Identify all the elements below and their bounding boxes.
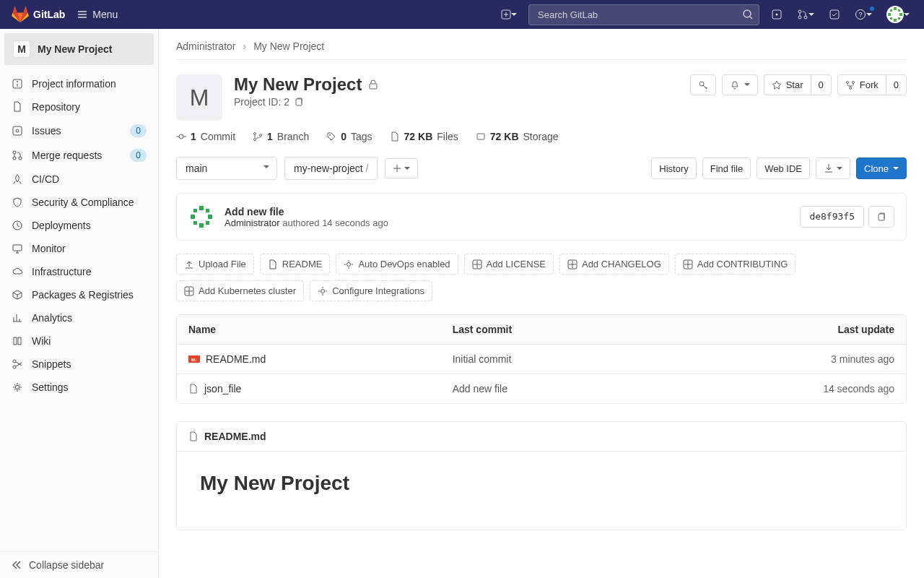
notification-button[interactable] — [722, 74, 758, 95]
sidebar-item-file[interactable]: Repository — [0, 95, 158, 118]
suggest-add-changelog[interactable]: Add CHANGELOG — [559, 254, 669, 275]
gitlab-logo[interactable]: GitLab — [12, 6, 65, 23]
copy-sha-button[interactable] — [868, 206, 894, 228]
svg-point-6 — [804, 16, 807, 19]
sidebar-item-label: Wiki — [32, 335, 51, 347]
sidebar-item-monitor[interactable]: Monitor — [0, 237, 158, 260]
stat-tags[interactable]: 0Tags — [326, 131, 372, 142]
svg-point-41 — [329, 134, 331, 136]
stat-branches[interactable]: 1Branch — [253, 131, 309, 142]
sidebar: M My New Project Project informationRepo… — [0, 29, 159, 578]
search-icon — [742, 9, 754, 20]
sidebar-item-book[interactable]: Wiki — [0, 329, 158, 353]
sidebar-item-merge[interactable]: Merge requests0 — [0, 143, 158, 168]
star-button[interactable]: Star — [764, 74, 811, 95]
fork-icon — [845, 80, 855, 90]
help-button[interactable]: ? — [852, 6, 875, 23]
suggest-auto-devops-enabled[interactable]: Auto DevOps enabled — [336, 254, 458, 275]
repo-path[interactable]: my-new-project / — [284, 157, 378, 180]
breadcrumb-project[interactable]: My New Project — [253, 40, 324, 52]
todos-shortcut[interactable] — [826, 6, 843, 23]
file-commit[interactable]: Initial commit — [441, 344, 658, 374]
sidebar-item-package[interactable]: Packages & Registries — [0, 283, 158, 306]
file-name[interactable]: M↓README.md — [188, 353, 430, 365]
clone-button[interactable]: Clone — [856, 158, 907, 179]
svg-point-35 — [852, 81, 854, 83]
suggestion-row: Upload FileREADMEAuto DevOps enabledAdd … — [176, 254, 907, 301]
fork-button[interactable]: Fork — [837, 74, 886, 95]
last-commit-panel: Add new file Administrator authored 14 s… — [176, 193, 907, 241]
stat-storage[interactable]: 72 KBStorage — [476, 131, 559, 142]
file-name[interactable]: json_file — [188, 383, 430, 394]
sidebar-item-gear[interactable]: Settings — [0, 376, 158, 399]
chart-icon — [12, 312, 23, 324]
sidebar-item-issues[interactable]: Issues0 — [0, 118, 158, 143]
svg-point-37 — [179, 134, 183, 139]
svg-point-22 — [16, 129, 19, 132]
svg-rect-53 — [879, 214, 884, 220]
breadcrumb-owner[interactable]: Administrator — [176, 40, 235, 52]
table-row[interactable]: json_fileAdd new file14 seconds ago — [177, 374, 906, 403]
table-row[interactable]: M↓README.mdInitial commit3 minutes ago — [177, 344, 906, 374]
commit-title[interactable]: Add new file — [225, 206, 388, 217]
sidebar-item-info[interactable]: Project information — [0, 72, 158, 95]
suggest-add-license[interactable]: Add LICENSE — [464, 254, 554, 275]
commit-sha[interactable]: de8f93f5 — [800, 206, 864, 228]
sidebar-item-label: Infrastructure — [32, 266, 91, 277]
sidebar-item-shield[interactable]: Security & Compliance — [0, 191, 158, 214]
stat-commits[interactable]: 1Commit — [176, 131, 235, 142]
download-button[interactable] — [816, 158, 850, 179]
sidebar-item-rocket[interactable]: CI/CD — [0, 168, 158, 191]
search-input[interactable] — [528, 4, 759, 25]
breadcrumb: Administrator › My New Project — [176, 40, 907, 60]
find-file-button[interactable]: Find file — [702, 158, 751, 179]
star-count[interactable]: 0 — [811, 74, 832, 95]
sidebar-project-header[interactable]: M My New Project — [4, 33, 154, 65]
copy-icon[interactable] — [294, 97, 304, 107]
svg-point-59 — [321, 289, 325, 293]
sidebar-item-deploy[interactable]: Deployments — [0, 214, 158, 237]
suggest-configure-integrations[interactable]: Configure Integrations — [310, 280, 432, 301]
merge-icon — [797, 9, 808, 20]
svg-rect-13 — [899, 13, 902, 16]
star-button-group: Star 0 — [764, 74, 832, 95]
commit-author[interactable]: Administrator — [225, 217, 280, 228]
add-to-tree[interactable] — [385, 158, 418, 178]
star-icon — [772, 80, 782, 90]
suggest-add-kubernetes-cluster[interactable]: Add Kubernetes cluster — [176, 280, 304, 301]
sidebar-item-label: CI/CD — [32, 173, 59, 185]
branch-icon — [253, 131, 263, 142]
history-button[interactable]: History — [651, 158, 696, 179]
branch-selector[interactable]: main — [176, 157, 277, 180]
user-menu[interactable] — [884, 3, 912, 26]
sidebar-item-cloud[interactable]: Infrastructure — [0, 260, 158, 283]
ssh-key-button[interactable] — [690, 74, 716, 95]
question-icon: ? — [855, 9, 866, 20]
svg-rect-45 — [199, 206, 204, 210]
merge-requests-shortcut[interactable] — [794, 6, 817, 23]
svg-rect-16 — [898, 9, 900, 12]
issues-icon — [771, 9, 783, 20]
suggest-add-contributing[interactable]: Add CONTRIBUTING — [675, 254, 796, 275]
monitor-icon — [12, 243, 23, 254]
sidebar-item-chart[interactable]: Analytics — [0, 306, 158, 329]
merge-icon — [12, 150, 23, 161]
files-table: Name Last commit Last update M↓README.md… — [176, 314, 907, 404]
file-update: 3 minutes ago — [658, 344, 906, 374]
fork-count[interactable]: 0 — [886, 74, 907, 95]
web-ide-button[interactable]: Web IDE — [757, 158, 810, 179]
stat-files[interactable]: 72 KBFiles — [390, 131, 458, 142]
sidebar-item-label: Settings — [32, 381, 69, 393]
col-commit: Last commit — [441, 315, 658, 344]
suggest-upload-file[interactable]: Upload File — [176, 254, 254, 275]
issues-shortcut[interactable] — [768, 6, 785, 23]
svg-rect-51 — [193, 221, 197, 225]
menu-button[interactable]: Menu — [77, 9, 118, 20]
plus-box-icon — [501, 9, 511, 20]
file-commit[interactable]: Add new file — [441, 374, 658, 403]
sidebar-item-scissors[interactable]: Snippets — [0, 353, 158, 376]
suggest-readme[interactable]: README — [260, 254, 331, 275]
sidebar-badge: 0 — [130, 124, 147, 137]
collapse-sidebar[interactable]: Collapse sidebar — [0, 551, 158, 578]
create-new-button[interactable] — [498, 7, 520, 22]
